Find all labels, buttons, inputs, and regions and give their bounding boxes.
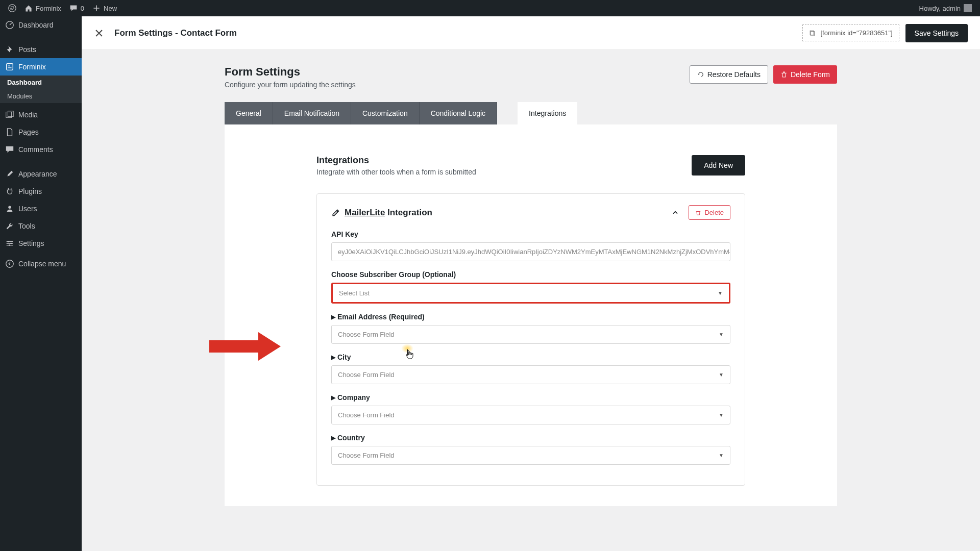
sidebar-item-posts[interactable]: Posts bbox=[0, 41, 82, 58]
pin-icon bbox=[5, 45, 14, 54]
user-icon bbox=[5, 204, 14, 213]
email-field: ▶Email Address (Required) Choose Form Fi… bbox=[331, 313, 730, 344]
company-label: ▶Company bbox=[331, 393, 730, 402]
city-select[interactable]: Choose Form Field▼ bbox=[331, 365, 730, 384]
company-field: ▶Company Choose Form Field▼ bbox=[331, 393, 730, 424]
dashboard-icon bbox=[5, 20, 14, 30]
sidebar-item-forminix[interactable]: Forminix bbox=[0, 58, 82, 76]
section-header: Integrations Integrate with other tools … bbox=[316, 155, 745, 176]
svg-rect-2 bbox=[7, 64, 13, 70]
delete-integration-button[interactable]: Delete bbox=[689, 205, 730, 220]
page-icon bbox=[5, 128, 14, 137]
disclosure-icon: ▶ bbox=[331, 354, 335, 361]
edit-icon[interactable] bbox=[331, 209, 339, 217]
sidebar-item-users[interactable]: Users bbox=[0, 200, 82, 217]
tab-conditional[interactable]: Conditional Logic bbox=[420, 102, 497, 124]
card-header: MailerLite Integration Delete bbox=[331, 205, 730, 220]
sidebar-item-tools[interactable]: Tools bbox=[0, 217, 82, 235]
media-icon bbox=[5, 110, 14, 119]
sidebar-sub-dashboard[interactable]: Dashboard bbox=[0, 76, 82, 89]
api-key-input[interactable]: eyJ0eXAiOiJKV1QiLCJhbGciOiJSUzI1NiJ9.eyJ… bbox=[331, 242, 730, 261]
svg-point-8 bbox=[9, 244, 10, 246]
plug-icon bbox=[5, 187, 14, 196]
page-title: Form Settings bbox=[225, 65, 356, 79]
wpbar-site[interactable]: Forminix bbox=[20, 0, 65, 16]
page-subtitle: Configure your form updating the setting… bbox=[225, 81, 356, 89]
caret-down-icon: ▼ bbox=[719, 412, 724, 418]
wpbar-new[interactable]: New bbox=[88, 0, 121, 16]
trash-icon bbox=[695, 210, 701, 216]
disclosure-icon: ▶ bbox=[331, 394, 335, 401]
delete-form-button[interactable]: Delete Form bbox=[773, 65, 837, 84]
admin-sidebar: Dashboard Posts Forminix Dashboard Modul… bbox=[0, 16, 82, 551]
subscriber-group-field: Choose Subscriber Group (Optional) Selec… bbox=[331, 270, 730, 304]
svg-point-7 bbox=[10, 243, 12, 244]
save-settings-button[interactable]: Save Settings bbox=[905, 24, 968, 42]
svg-point-0 bbox=[9, 5, 16, 12]
sidebar-item-pages[interactable]: Pages bbox=[0, 123, 82, 141]
sidebar-item-media[interactable]: Media bbox=[0, 106, 82, 123]
brush-icon bbox=[5, 169, 14, 179]
form-icon bbox=[5, 62, 14, 71]
caret-down-icon: ▼ bbox=[719, 372, 724, 378]
subscriber-group-select[interactable]: Select List▼ bbox=[331, 283, 730, 304]
disclosure-icon: ▶ bbox=[331, 435, 335, 441]
sidebar-item-comments[interactable]: Comments bbox=[0, 141, 82, 158]
wpbar-comments[interactable]: 0 bbox=[65, 0, 88, 16]
wordpress-icon bbox=[8, 4, 16, 12]
wp-logo[interactable] bbox=[4, 0, 20, 16]
comment-icon bbox=[69, 4, 78, 12]
tab-general[interactable]: General bbox=[225, 102, 273, 124]
email-select[interactable]: Choose Form Field▼ bbox=[331, 325, 730, 344]
wp-admin-bar: Forminix 0 New Howdy, admin bbox=[0, 0, 980, 16]
wrench-icon bbox=[5, 221, 14, 231]
email-label: ▶Email Address (Required) bbox=[331, 313, 730, 321]
restore-icon bbox=[697, 71, 704, 78]
tabs: General Email Notification Customization… bbox=[225, 102, 837, 124]
tab-integrations[interactable]: Integrations bbox=[518, 102, 577, 124]
sidebar-item-appearance[interactable]: Appearance bbox=[0, 165, 82, 183]
card-title: MailerLite Integration bbox=[331, 208, 432, 218]
api-key-field: API Key eyJ0eXAiOiJKV1QiLCJhbGciOiJSUzI1… bbox=[331, 230, 730, 261]
sidebar-item-plugins[interactable]: Plugins bbox=[0, 183, 82, 200]
api-key-label: API Key bbox=[331, 230, 730, 238]
city-label: ▶City bbox=[331, 353, 730, 361]
country-select[interactable]: Choose Form Field▼ bbox=[331, 446, 730, 465]
shortcode-display[interactable]: [forminix id="79283651"] bbox=[802, 24, 899, 41]
copy-icon bbox=[809, 30, 816, 37]
subscriber-group-label: Choose Subscriber Group (Optional) bbox=[331, 270, 730, 279]
svg-point-9 bbox=[6, 260, 13, 267]
page-header: Form Settings Configure your form updati… bbox=[225, 65, 837, 89]
caret-down-icon: ▼ bbox=[719, 332, 724, 337]
wpbar-account[interactable]: Howdy, admin bbox=[915, 0, 976, 16]
section-subtitle: Integrate with other tools when a form i… bbox=[316, 168, 476, 176]
panel: Integrations Integrate with other tools … bbox=[225, 124, 837, 506]
sidebar-item-dashboard[interactable]: Dashboard bbox=[0, 16, 82, 34]
close-icon[interactable] bbox=[94, 28, 104, 38]
collapse-icon bbox=[5, 259, 14, 268]
form-topbar: Form Settings - Contact Form [forminix i… bbox=[82, 16, 980, 50]
add-new-button[interactable]: Add New bbox=[692, 155, 745, 176]
svg-point-5 bbox=[8, 206, 11, 209]
caret-down-icon: ▼ bbox=[719, 453, 724, 458]
svg-point-6 bbox=[8, 241, 9, 242]
sidebar-item-collapse[interactable]: Collapse menu bbox=[0, 255, 82, 272]
chevron-up-icon[interactable] bbox=[671, 209, 679, 217]
content: Form Settings Configure your form updati… bbox=[82, 50, 980, 506]
section-title: Integrations bbox=[316, 155, 476, 166]
home-icon bbox=[24, 4, 33, 12]
main-area: Form Settings - Contact Form [forminix i… bbox=[82, 16, 980, 551]
trash-icon bbox=[780, 71, 788, 78]
sidebar-sub-modules[interactable]: Modules bbox=[0, 89, 82, 103]
tab-email[interactable]: Email Notification bbox=[273, 102, 351, 124]
comment-icon bbox=[5, 145, 14, 154]
restore-defaults-button[interactable]: Restore Defaults bbox=[690, 65, 768, 84]
caret-down-icon: ▼ bbox=[718, 290, 723, 296]
integration-card: MailerLite Integration Delete API Key ey… bbox=[316, 193, 745, 486]
country-field: ▶Country Choose Form Field▼ bbox=[331, 434, 730, 465]
sliders-icon bbox=[5, 239, 14, 248]
company-select[interactable]: Choose Form Field▼ bbox=[331, 406, 730, 424]
plus-icon bbox=[92, 4, 101, 12]
tab-customization[interactable]: Customization bbox=[351, 102, 420, 124]
sidebar-item-settings[interactable]: Settings bbox=[0, 235, 82, 252]
